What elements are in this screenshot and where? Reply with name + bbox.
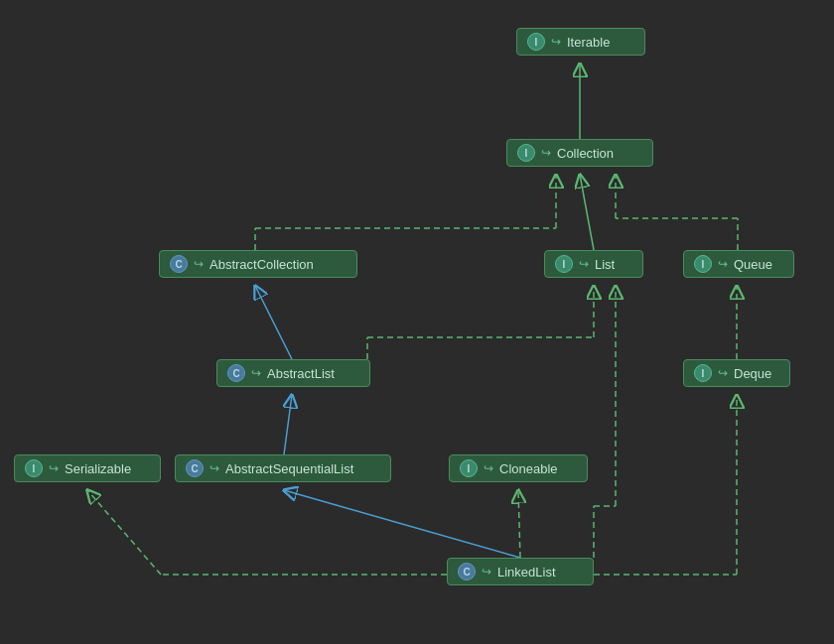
icon-abstractlist: ↪ (251, 366, 261, 380)
icon-abstractcollection: ↪ (194, 257, 204, 271)
node-cloneable[interactable]: I ↪ Cloneable (449, 454, 588, 482)
node-iterable[interactable]: I ↪ Iterable (516, 28, 645, 56)
label-collection: Collection (557, 146, 614, 161)
label-abstractlist: AbstractList (267, 366, 335, 381)
badge-list: I (555, 255, 573, 273)
label-list: List (595, 257, 615, 272)
svg-line-19 (87, 490, 161, 575)
label-abstractsequentiallist: AbstractSequentialList (225, 461, 353, 476)
node-abstractcollection[interactable]: C ↪ AbstractCollection (159, 250, 357, 278)
label-linkedlist: LinkedList (497, 565, 556, 580)
icon-collection: ↪ (541, 146, 551, 160)
label-cloneable: Cloneable (499, 461, 558, 476)
icon-queue: ↪ (718, 257, 728, 271)
icon-linkedlist: ↪ (482, 565, 491, 579)
label-queue: Queue (734, 257, 772, 272)
icon-iterable: ↪ (551, 35, 561, 49)
node-collection[interactable]: I ↪ Collection (506, 139, 653, 167)
badge-iterable: I (527, 33, 545, 51)
svg-line-16 (284, 395, 292, 454)
icon-deque: ↪ (718, 366, 728, 380)
node-abstractlist[interactable]: C ↪ AbstractList (216, 359, 370, 387)
diagram-container: I ↪ Iterable I ↪ Collection C ↪ Abstract… (0, 0, 834, 644)
node-serializable[interactable]: I ↪ Serializable (14, 454, 161, 482)
icon-serializable: ↪ (49, 461, 59, 475)
badge-abstractlist: C (227, 364, 245, 382)
svg-line-7 (580, 175, 594, 250)
node-queue[interactable]: I ↪ Queue (683, 250, 794, 278)
badge-abstractcollection: C (170, 255, 188, 273)
label-deque: Deque (734, 366, 771, 381)
label-abstractcollection: AbstractCollection (209, 257, 314, 272)
icon-list: ↪ (579, 257, 589, 271)
badge-collection: I (517, 144, 535, 162)
svg-line-17 (284, 490, 520, 558)
label-iterable: Iterable (567, 35, 610, 50)
label-serializable: Serializable (65, 461, 131, 476)
badge-cloneable: I (460, 459, 478, 477)
node-deque[interactable]: I ↪ Deque (683, 359, 790, 387)
badge-abstractsequentiallist: C (186, 459, 204, 477)
badge-deque: I (694, 364, 712, 382)
badge-serializable: I (25, 459, 43, 477)
badge-queue: I (694, 255, 712, 273)
svg-line-20 (518, 490, 520, 558)
svg-line-11 (255, 286, 292, 359)
arrows-svg (0, 0, 834, 644)
icon-abstractsequentiallist: ↪ (209, 461, 219, 475)
node-abstractsequentiallist[interactable]: C ↪ AbstractSequentialList (175, 454, 391, 482)
icon-cloneable: ↪ (484, 461, 493, 475)
node-linkedlist[interactable]: C ↪ LinkedList (447, 558, 594, 585)
badge-linkedlist: C (458, 563, 476, 580)
node-list[interactable]: I ↪ List (544, 250, 643, 278)
